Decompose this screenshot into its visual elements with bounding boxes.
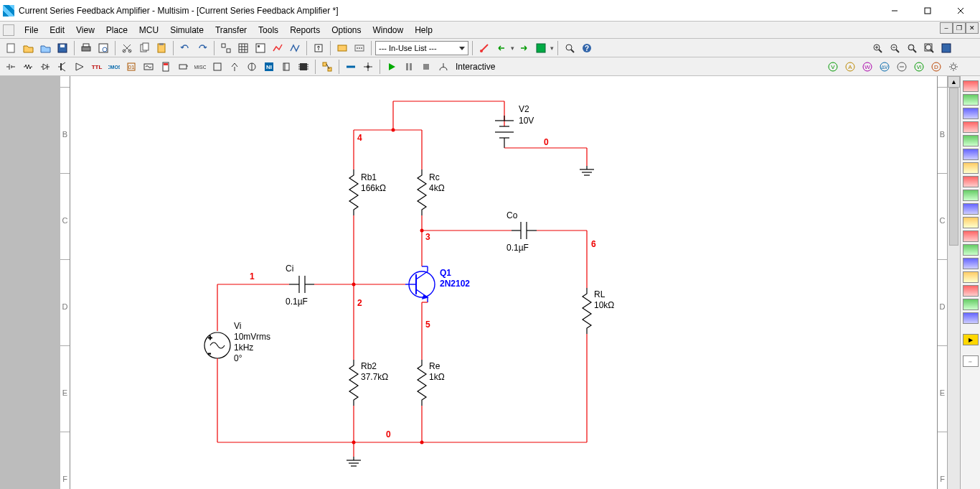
place-connector-icon[interactable]	[278, 59, 294, 75]
ground-v2[interactable]	[580, 166, 594, 175]
copy-icon[interactable]	[136, 40, 152, 56]
logic-converter-icon[interactable]	[963, 203, 979, 215]
probe-a-icon[interactable]: A	[842, 59, 858, 75]
place-electromech-icon[interactable]	[244, 59, 260, 75]
redo-icon[interactable]	[194, 40, 210, 56]
place-misc-digital-icon[interactable]: 01	[123, 59, 139, 75]
help-icon[interactable]: ?	[579, 40, 595, 56]
multimeter-icon[interactable]	[963, 80, 979, 92]
menu-help[interactable]: Help	[409, 24, 438, 37]
menu-edit[interactable]: Edit	[44, 24, 70, 37]
network-analyzer-icon[interactable]	[963, 258, 979, 269]
schematic-canvas[interactable]: V2 10V 0 4	[70, 76, 937, 489]
scroll-thumb[interactable]	[949, 88, 958, 246]
forward-annotate-icon[interactable]	[516, 40, 532, 56]
save-icon[interactable]	[55, 40, 70, 56]
place-misc-icon[interactable]: MISC	[192, 59, 208, 75]
place-power-icon[interactable]	[175, 59, 191, 75]
postproc-icon[interactable]	[287, 40, 303, 56]
print-icon[interactable]	[78, 40, 94, 56]
component-q1[interactable]	[405, 266, 435, 302]
distortion-icon[interactable]	[963, 230, 979, 242]
place-advanced-icon[interactable]	[209, 59, 225, 75]
mdi-restore-button[interactable]: ❐	[953, 22, 966, 34]
menu-view[interactable]: View	[70, 24, 100, 37]
menu-reports[interactable]: Reports	[284, 24, 326, 37]
menu-window[interactable]: Window	[367, 24, 410, 37]
labview-instrument-icon[interactable]: ▶	[963, 334, 979, 345]
component-rb2[interactable]	[349, 360, 358, 406]
agilent-mm-icon[interactable]	[963, 285, 979, 297]
component-vi[interactable]: + -	[204, 332, 230, 358]
canvas-area[interactable]: B C D E F B C D E F	[60, 76, 947, 489]
component-rb1[interactable]	[349, 169, 358, 215]
find-examples-icon[interactable]	[562, 40, 578, 56]
place-hierarchical-icon[interactable]	[319, 59, 335, 75]
agilent-scope-icon[interactable]	[963, 299, 979, 310]
place-bus-icon[interactable]	[343, 59, 359, 75]
print-preview-icon[interactable]	[95, 40, 111, 56]
place-mixed-icon[interactable]	[141, 59, 156, 75]
agilent-fgen-icon[interactable]	[963, 271, 979, 283]
place-diode-icon[interactable]	[37, 59, 53, 75]
bode-plotter-icon[interactable]	[963, 149, 979, 160]
component-re[interactable]	[418, 360, 426, 406]
component-rc[interactable]	[418, 169, 426, 215]
zoom-out-icon[interactable]	[887, 40, 903, 56]
place-cmos-icon[interactable]: CMOS	[106, 59, 122, 75]
tek-scope-icon[interactable]	[963, 312, 979, 324]
menu-transfer[interactable]: Transfer	[209, 24, 253, 37]
schematic[interactable]: V2 10V 0 4	[70, 76, 937, 489]
mdi-minimize-button[interactable]: –	[940, 22, 953, 34]
component-co[interactable]	[512, 222, 537, 239]
cut-icon[interactable]	[119, 40, 135, 56]
place-ni-icon[interactable]: NI	[261, 59, 277, 75]
pause-button[interactable]	[401, 59, 417, 75]
menu-place[interactable]: Place	[100, 24, 133, 37]
place-transistor-icon[interactable]	[55, 59, 70, 75]
analysis-icon[interactable]	[435, 59, 451, 75]
probe-settings-icon[interactable]	[946, 59, 961, 75]
scroll-up-button[interactable]: ▲	[948, 76, 960, 88]
graph-icon[interactable]	[270, 40, 286, 56]
spectrum-icon[interactable]	[963, 244, 979, 256]
component-ci[interactable]	[289, 276, 314, 293]
menu-simulate[interactable]: Simulate	[164, 24, 209, 37]
menu-mcu[interactable]: MCU	[133, 24, 164, 37]
database-icon[interactable]	[253, 40, 268, 56]
iv-analyzer-icon[interactable]	[963, 217, 979, 228]
undo-icon[interactable]	[177, 40, 193, 56]
place-analog-icon[interactable]	[72, 59, 88, 75]
probe-v-icon[interactable]: V	[825, 59, 841, 75]
probe-vi-icon[interactable]: VI	[911, 59, 927, 75]
stop-button[interactable]	[418, 59, 434, 75]
place-source-icon[interactable]	[3, 59, 19, 75]
minimize-button[interactable]	[878, 0, 911, 22]
oscilloscope-icon[interactable]	[963, 121, 979, 133]
probe-w-icon[interactable]: W	[859, 59, 875, 75]
current-clamp-icon[interactable]: ⎓	[963, 355, 979, 367]
erc-icon[interactable]	[476, 40, 492, 56]
back-annotate-icon[interactable]	[494, 40, 509, 56]
mdi-close-button[interactable]: ✕	[966, 22, 979, 34]
freq-counter-icon[interactable]	[963, 162, 979, 174]
ultiboard-icon[interactable]	[533, 40, 549, 56]
ground-main[interactable]	[347, 457, 361, 466]
menu-tools[interactable]: Tools	[253, 24, 284, 37]
fullscreen-icon[interactable]	[938, 40, 954, 56]
place-basic-icon[interactable]	[20, 59, 36, 75]
tool-a-icon[interactable]	[218, 40, 234, 56]
close-button[interactable]	[944, 0, 977, 22]
parent-sheet-icon[interactable]	[311, 40, 326, 56]
four-ch-scope-icon[interactable]	[963, 135, 979, 146]
inuse-list-dropdown[interactable]: --- In-Use List ---	[375, 41, 468, 55]
open-file-icon[interactable]	[20, 40, 36, 56]
elvis-icon[interactable]	[334, 40, 350, 56]
logic-analyzer-icon[interactable]	[963, 190, 979, 201]
place-mcu-icon[interactable]	[296, 59, 311, 75]
place-ttl-icon[interactable]: TTL	[89, 59, 105, 75]
component-v2[interactable]	[495, 116, 514, 148]
new-file-icon[interactable]	[3, 40, 19, 56]
word-gen-icon[interactable]	[963, 176, 979, 187]
place-indicator-icon[interactable]	[158, 59, 174, 75]
